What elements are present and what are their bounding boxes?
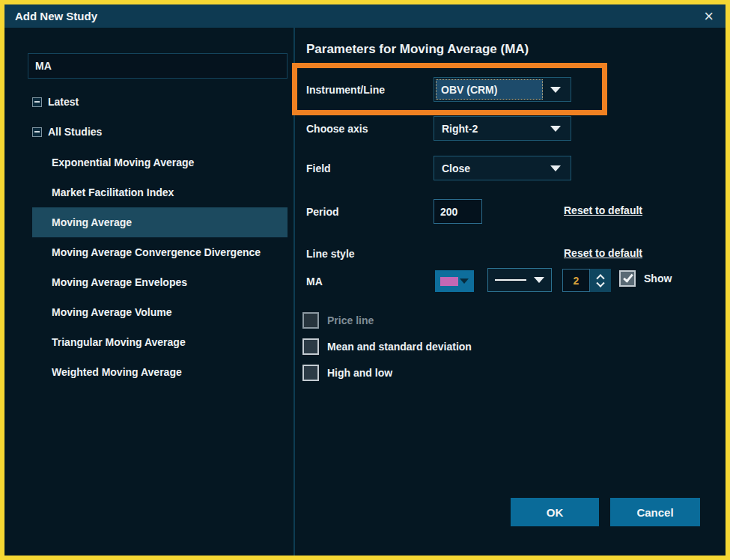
ma-width-stepper[interactable] — [590, 269, 611, 292]
chevron-down-icon — [460, 279, 469, 284]
field-label: Field — [306, 162, 331, 174]
tree-group-latest[interactable]: Latest — [32, 94, 79, 109]
dropdown-selected-value: Right-2 — [434, 123, 550, 135]
collapse-icon[interactable] — [32, 127, 42, 137]
ok-button[interactable]: OK — [511, 498, 599, 526]
screenshot-highlight-frame: Add New Study × Latest All Studies Expon… — [0, 0, 730, 560]
ma-label: MA — [306, 276, 323, 287]
show-label: Show — [644, 273, 672, 284]
study-item-market-facilitation-index[interactable]: Market Facilitation Index — [32, 177, 288, 207]
close-icon[interactable]: × — [704, 8, 714, 25]
study-item-moving-average-volume[interactable]: Moving Average Volume — [32, 297, 288, 327]
chevron-down-icon — [550, 87, 561, 93]
study-item-moving-average-selected[interactable]: Moving Average — [32, 207, 288, 237]
tree-group-all-studies[interactable]: All Studies — [32, 124, 102, 139]
cancel-button[interactable]: Cancel — [610, 498, 700, 526]
study-list: Exponential Moving Average Market Facili… — [32, 147, 288, 387]
mean-std-label: Mean and standard deviation — [327, 341, 472, 353]
field-dropdown[interactable]: Close — [434, 156, 571, 180]
show-checkbox[interactable] — [619, 270, 636, 287]
add-new-study-dialog: Add New Study × Latest All Studies Expon… — [4, 4, 726, 556]
panel-divider — [293, 28, 295, 556]
high-low-label: High and low — [327, 367, 392, 379]
price-line-checkbox — [302, 312, 319, 329]
line-style-label: Line style — [306, 248, 355, 260]
price-line-label: Price line — [327, 314, 374, 326]
period-label: Period — [306, 206, 339, 218]
dialog-title: Add New Study — [15, 10, 97, 22]
dropdown-selected-value: OBV (CRM) — [436, 79, 543, 100]
dropdown-selected-value: Close — [434, 162, 550, 174]
period-input[interactable] — [434, 199, 482, 224]
mean-std-row: Mean and standard deviation — [302, 338, 472, 355]
period-reset-link[interactable]: Reset to default — [564, 204, 642, 216]
high-low-row: High and low — [302, 365, 392, 381]
instrument-line-label: Instrument/Line — [306, 84, 385, 96]
dialog-titlebar: Add New Study × — [4, 4, 726, 28]
ma-width-input[interactable] — [562, 269, 590, 292]
minus-glyph — [34, 131, 40, 133]
color-swatch — [440, 277, 458, 286]
high-low-checkbox[interactable] — [302, 365, 319, 381]
ma-line-style-dropdown[interactable] — [487, 268, 552, 292]
tree-group-label: Latest — [48, 96, 79, 108]
instrument-line-dropdown[interactable]: OBV (CRM) — [434, 77, 571, 102]
chevron-down-icon — [550, 126, 561, 132]
chevron-down-icon — [550, 165, 561, 171]
study-item-triangular-moving-average[interactable]: Triangular Moving Average — [32, 327, 288, 357]
collapse-icon[interactable] — [32, 97, 42, 107]
show-checkbox-row: Show — [619, 270, 672, 287]
tree-group-label: All Studies — [48, 126, 102, 138]
line-style-reset-link[interactable]: Reset to default — [564, 247, 642, 259]
checkmark-icon — [623, 272, 633, 282]
ma-color-picker[interactable] — [435, 270, 474, 292]
choose-axis-dropdown[interactable]: Right-2 — [434, 116, 571, 141]
mean-std-checkbox[interactable] — [302, 338, 319, 355]
minus-glyph — [34, 101, 40, 103]
study-item-moving-average-envelopes[interactable]: Moving Average Envelopes — [32, 267, 288, 297]
study-item-macd[interactable]: Moving Average Convergence Divergence — [32, 237, 288, 267]
line-sample-icon — [495, 279, 526, 281]
study-search-input[interactable] — [28, 53, 288, 79]
price-line-row: Price line — [302, 312, 374, 329]
study-item-weighted-moving-average[interactable]: Weighted Moving Average — [32, 357, 288, 387]
parameters-heading: Parameters for Moving Average (MA) — [306, 42, 529, 57]
chevron-down-icon — [534, 277, 544, 283]
choose-axis-label: Choose axis — [306, 123, 368, 135]
study-item-exponential-moving-average[interactable]: Exponential Moving Average — [32, 147, 288, 177]
